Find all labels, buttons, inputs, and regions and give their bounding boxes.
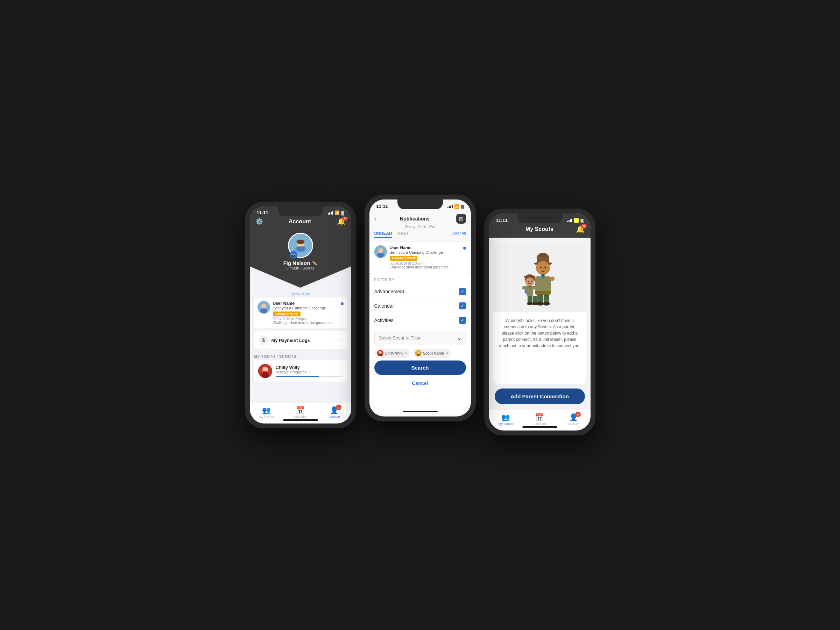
notif-time-2: 08/24/2018 at 2:06pm [390, 261, 460, 265]
filter-icon-btn[interactable]: ▤ [456, 214, 466, 224]
battery-icon-2: ▓ [461, 204, 464, 209]
back-arrow[interactable]: ‹ [374, 215, 376, 223]
status-icons-2: 📶 ▓ [447, 204, 464, 209]
scout-filter-dropdown[interactable]: Select Scout to Filter ⌄ [374, 331, 466, 345]
unread-dot-2 [463, 247, 466, 250]
svg-point-14 [377, 253, 384, 258]
account-nav-label: Account [328, 415, 340, 419]
filter-activities-label: Activities [374, 317, 393, 323]
svg-point-6 [261, 304, 266, 309]
youth-section-label: MY YOUTH / SCOUTS: [254, 352, 347, 360]
status-time-1: 11:11 [257, 210, 268, 215]
nav-scouts-3[interactable]: 👥 My Scouts [496, 413, 516, 426]
notification-bell[interactable]: 🔔 5 [337, 217, 346, 226]
status-time-2: 11:11 [376, 204, 388, 209]
phone-notifications: 11:11 📶 ▓ ‹ Notifications ▤ [365, 195, 476, 421]
scouts-nav-icon: 👥 [262, 406, 271, 415]
scout-sub: Multiple Programs [276, 370, 343, 374]
scouts-bell[interactable]: 🔔 5 [576, 225, 584, 233]
chip2-name: Scout Name [423, 351, 444, 355]
svg-rect-4 [297, 246, 304, 251]
svg-point-13 [378, 248, 383, 253]
notif-sent-text: Sent you a Camping Challenge [273, 306, 338, 310]
filter-calendar-row[interactable]: Calendar ✓ [374, 299, 466, 313]
calendar-checkbox[interactable]: ✓ [459, 302, 466, 309]
add-parent-connection-button[interactable]: Add Parent Connection [495, 388, 585, 404]
phone-account: 11:11 📶 ▓ ⚙️ Account � [245, 202, 356, 428]
notif-desc-2: Challenge short description goes here... [390, 265, 460, 269]
scout-card[interactable]: Chilly Willy Multiple Programs [254, 360, 347, 382]
tab-past[interactable]: PAST [398, 231, 409, 238]
scout-chip-1[interactable]: Chilly Willy ✕ [374, 348, 411, 358]
svg-point-3 [296, 240, 305, 244]
notifications-title: Notifications [379, 216, 451, 222]
svg-point-46 [527, 281, 529, 282]
select-scout-text: Select Scout to Filter [379, 335, 421, 340]
chip2-remove-icon[interactable]: ✕ [445, 351, 448, 355]
camera-icon[interactable]: 📷 [290, 251, 297, 259]
notif-desc: Challenge short description goes here... [273, 321, 338, 325]
scouts-illustration [493, 242, 586, 312]
svg-point-26 [540, 267, 542, 268]
profile-name: Fig Nelson [283, 260, 310, 266]
svg-point-47 [531, 281, 532, 282]
gear-icon[interactable]: ⚙️ [256, 218, 263, 225]
clear-all-button[interactable]: Clear All [452, 231, 466, 238]
scouts-nav-icon-3: 👥 [501, 413, 510, 421]
scout-chip-2[interactable]: Scout Name ✕ [412, 348, 451, 358]
nav-calendar[interactable]: 📅 Calendar [290, 406, 311, 419]
nav-my-scouts[interactable]: 👥 My Scouts [256, 406, 277, 419]
svg-point-41 [543, 302, 550, 306]
chip1-name: Chilly Willy [385, 351, 403, 355]
chip1-remove-icon[interactable]: ✕ [405, 351, 407, 355]
nav-account-3[interactable]: 👤 5 Account [563, 413, 584, 426]
account-page-title: Account [289, 218, 311, 225]
activities-checkbox[interactable]: ✓ [459, 317, 466, 324]
battery-icon-3: ▓ [580, 218, 583, 223]
my-scouts-title: My Scouts [526, 226, 553, 233]
signal-icon-2 [447, 205, 453, 208]
calendar-nav-label: Calendar [294, 415, 307, 419]
filter-activities-row[interactable]: Activities ✓ [374, 313, 466, 327]
svg-rect-32 [535, 291, 551, 294]
payment-logs-row[interactable]: $ My Payment Logs › [254, 331, 347, 349]
scouts-nav-label-3: My Scouts [499, 422, 513, 426]
notification-list-item: User Name Sent you a Camping Challenge A… [369, 242, 471, 273]
advancement-badge-2: ADVANCEMENT [390, 256, 417, 261]
account-nav-badge: 5 [336, 405, 341, 410]
nav-calendar-3[interactable]: 📅 Calendar [529, 413, 550, 426]
search-button[interactable]: Search [374, 361, 466, 375]
notif-username: User Name [273, 301, 338, 306]
edit-icon[interactable]: ✏️ [312, 261, 317, 266]
notif-username-2: User Name [390, 245, 460, 250]
svg-point-25 [536, 261, 550, 275]
notif-avatar [257, 301, 270, 313]
tab-unread[interactable]: UNREAD [374, 231, 392, 238]
show-more-link[interactable]: Show More [254, 291, 347, 298]
notification-card: User Name Sent you a Camping Challenge A… [254, 298, 347, 328]
payment-logs-label: My Payment Logs [272, 338, 310, 343]
cancel-button[interactable]: Cancel [374, 378, 466, 389]
scouts-empty-text: Whoops! Looks like you don't have a conn… [493, 312, 586, 355]
advancement-checkbox[interactable]: ✓ [459, 288, 466, 295]
profile-sub: 3 Youth / Scouts [287, 266, 314, 270]
phone-my-scouts: 11:11 📶 ▓ My Scouts 🔔 5 [484, 209, 595, 435]
notifications-sub: Danny · Pack 1234 [374, 225, 466, 229]
scouts-card: Whoops! Looks like you don't have a conn… [493, 242, 586, 384]
svg-point-19 [417, 351, 420, 354]
chip1-avatar [377, 350, 384, 356]
calendar-nav-icon-3: 📅 [535, 413, 544, 421]
nav-account[interactable]: 👤 5 Account [324, 406, 344, 419]
chevron-down-icon: ⌄ [457, 335, 461, 341]
svg-point-27 [545, 267, 546, 268]
svg-point-24 [538, 253, 547, 257]
notif-sent-text-2: Sent you a Camping Challenge [390, 250, 460, 255]
wifi-icon-3: 📶 [574, 218, 579, 223]
filter-advancement-row[interactable]: Advancement ✓ [374, 285, 466, 299]
svg-point-56 [527, 302, 532, 305]
status-time-3: 11:11 [496, 218, 508, 223]
scout-progress-bar [276, 376, 343, 377]
unread-dot [341, 302, 344, 305]
wifi-icon: 📶 [335, 211, 340, 215]
status-icons-1: 📶 ▓ [328, 211, 344, 215]
